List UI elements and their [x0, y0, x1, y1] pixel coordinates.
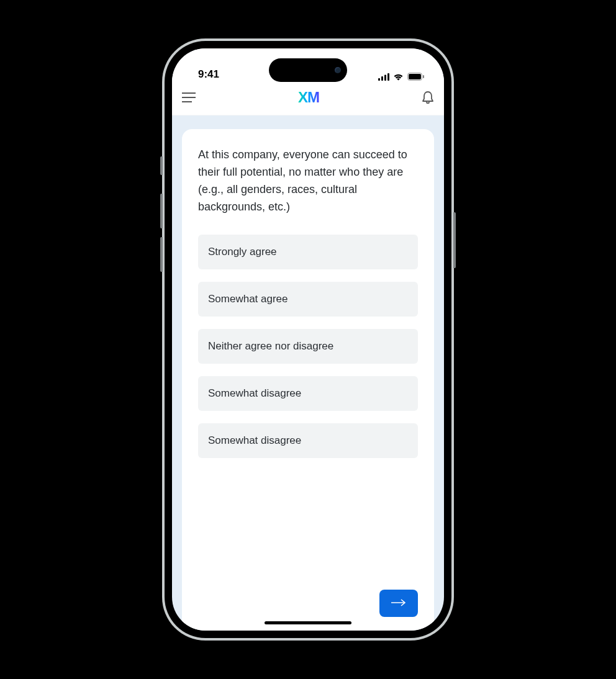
side-button	[160, 237, 163, 272]
svg-rect-3	[387, 73, 389, 81]
option-somewhat-agree[interactable]: Somewhat agree	[198, 282, 418, 317]
option-somewhat-disagree-2[interactable]: Somewhat disagree	[198, 423, 418, 458]
side-button	[160, 156, 163, 175]
home-indicator[interactable]	[265, 621, 351, 624]
content-area: At this company, everyone can succeed to…	[172, 115, 444, 631]
question-text: At this company, everyone can succeed to…	[198, 146, 418, 216]
survey-card: At this company, everyone can succeed to…	[182, 129, 434, 631]
side-button	[453, 212, 456, 268]
svg-rect-0	[378, 78, 380, 81]
wifi-icon	[393, 73, 404, 81]
battery-icon	[407, 73, 424, 81]
camera-icon	[335, 67, 341, 73]
menu-icon[interactable]	[182, 92, 196, 102]
side-button	[160, 194, 163, 228]
option-strongly-agree[interactable]: Strongly agree	[198, 235, 418, 269]
dynamic-island	[269, 58, 347, 82]
svg-rect-6	[423, 75, 424, 78]
options-list: Strongly agree Somewhat agree Neither ag…	[198, 235, 418, 458]
notification-bell-icon[interactable]	[422, 91, 434, 104]
card-footer	[198, 577, 418, 617]
phone-screen: 9:41 XM	[172, 48, 444, 631]
status-time: 9:41	[198, 68, 219, 81]
option-neither[interactable]: Neither agree nor disagree	[198, 329, 418, 364]
status-indicators	[378, 73, 424, 81]
arrow-right-icon	[391, 599, 407, 608]
svg-rect-2	[384, 74, 386, 81]
svg-rect-5	[409, 74, 421, 79]
next-button[interactable]	[379, 590, 418, 617]
app-header: XM	[172, 83, 444, 115]
option-somewhat-disagree[interactable]: Somewhat disagree	[198, 376, 418, 411]
phone-frame: 9:41 XM	[162, 38, 454, 641]
cellular-icon	[378, 73, 389, 81]
svg-rect-1	[381, 76, 383, 81]
app-logo: XM	[298, 89, 319, 106]
